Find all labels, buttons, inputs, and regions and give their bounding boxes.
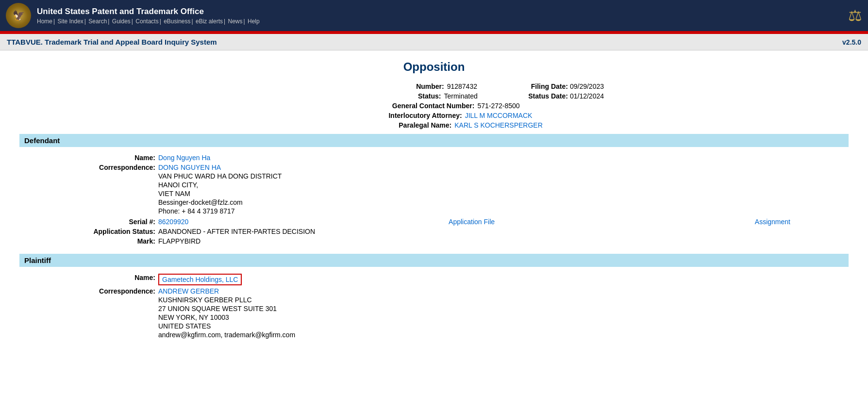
- app-status-label: Application Status:: [19, 228, 155, 235]
- plaintiff-name-row: Name: Gametech Holdings, LLC: [19, 274, 849, 285]
- mark-label: Mark:: [19, 237, 155, 245]
- plaintiff-addr2: 27 UNION SQUARE WEST SUITE 301: [158, 305, 295, 312]
- plaintiff-addr1: KUSHNIRSKY GERBER PLLC: [158, 296, 295, 304]
- status-label: Status:: [315, 92, 441, 100]
- plaintiff-correspondence-row: Correspondence: ANDREW GERBER KUSHNIRSKY…: [19, 287, 849, 340]
- defendant-corr-name[interactable]: DONG NGUYEN HA: [158, 164, 221, 171]
- nav-home[interactable]: Home: [37, 18, 52, 25]
- nav-contacts[interactable]: Contacts: [135, 18, 158, 25]
- app-title-bar: TTABVUE. Trademark Trial and Appeal Boar…: [0, 34, 868, 50]
- defendant-address: DONG NGUYEN HA VAN PHUC WARD HA DONG DIS…: [158, 164, 282, 216]
- defendant-name-row: Name: Dong Nguyen Ha: [19, 154, 849, 162]
- interlocutory-label: Interlocutory Attorney:: [336, 112, 462, 119]
- general-contact-value: 571-272-8500: [477, 102, 519, 110]
- number-row: Number: 91287432: [264, 82, 531, 90]
- general-contact-label: General Contact Number:: [348, 102, 474, 110]
- general-contact-row: General Contact Number: 571-272-8500: [264, 102, 604, 110]
- plaintiff-address: ANDREW GERBER KUSHNIRSKY GERBER PLLC 27 …: [158, 287, 295, 340]
- status-value: Terminated: [444, 92, 477, 100]
- app-title-text: TTABVUE. Trademark Trial and Appeal Boar…: [7, 38, 217, 46]
- uspto-seal: 🦅: [6, 3, 31, 28]
- serial-label: Serial #:: [19, 218, 155, 226]
- defendant-block: Name: Dong Nguyen Ha Correspondence: DON…: [19, 152, 849, 249]
- filing-date-value: 09/29/2023: [570, 82, 604, 90]
- defendant-correspondence-label: Correspondence:: [19, 164, 155, 216]
- number-filingdate-row: Number: 91287432 Filing Date: 09/29/2023: [264, 82, 604, 90]
- nav-search[interactable]: Search: [88, 18, 107, 25]
- plaintiff-name-label: Name:: [19, 274, 155, 285]
- defendant-section-header: Defendant: [19, 134, 849, 147]
- nav-ebiz-alerts[interactable]: eBiz alerts: [196, 18, 223, 25]
- serial-links-block: 86209920 Application File Assignment: [158, 218, 849, 226]
- scales-icon: ⚖: [848, 6, 862, 25]
- status-statusdate-row: Status: Terminated Status Date: 01/12/20…: [264, 92, 604, 100]
- interlocutory-row: Interlocutory Attorney: JILL M MCCORMACK: [264, 112, 604, 119]
- filing-date-row: Filing Date: 09/29/2023: [531, 82, 604, 90]
- nav-news[interactable]: News: [228, 18, 243, 25]
- plaintiff-name-value[interactable]: Gametech Holdings, LLC: [162, 276, 238, 283]
- nav-ebusiness[interactable]: eBusiness: [164, 18, 190, 25]
- defendant-addr1: VAN PHUC WARD HA DONG DISTRICT: [158, 172, 282, 180]
- defendant-email: Bessinger-docket@fzlz.com: [158, 198, 282, 206]
- header-nav: Home| Site Index| Search| Guides| Contac…: [37, 18, 260, 25]
- assignment-link[interactable]: Assignment: [755, 218, 790, 226]
- status-date-row: Status Date: 01/12/2024: [528, 92, 604, 100]
- app-status-row: Application Status: ABANDONED - AFTER IN…: [19, 228, 849, 235]
- defendant-name-value[interactable]: Dong Nguyen Ha: [158, 154, 210, 162]
- main-content: Opposition Number: 91287432 Filing Date:…: [0, 50, 868, 353]
- plaintiff-name-highlight: Gametech Holdings, LLC: [158, 274, 242, 285]
- case-info-block: Number: 91287432 Filing Date: 09/29/2023…: [264, 82, 604, 129]
- defendant-phone: Phone: + 84 4 3719 8717: [158, 207, 282, 215]
- plaintiff-email: andrew@kgfirm.com, trademark@kgfirm.com: [158, 331, 295, 339]
- app-version: v2.5.0: [842, 38, 861, 46]
- filing-date-label: Filing Date:: [531, 82, 568, 90]
- nav-site-index[interactable]: Site Index: [57, 18, 83, 25]
- plaintiff-addr4: UNITED STATES: [158, 322, 295, 330]
- application-file-link[interactable]: Application File: [449, 218, 495, 226]
- status-date-value: 01/12/2024: [570, 92, 604, 100]
- paralegal-value[interactable]: KARL S KOCHERSPERGER: [454, 121, 543, 129]
- number-value: 91287432: [447, 82, 477, 90]
- mark-value: FLAPPYBIRD: [158, 237, 200, 245]
- header-right: ⚖: [848, 6, 862, 25]
- header-title-block: United States Patent and Trademark Offic…: [37, 7, 260, 25]
- paralegal-row: Paralegal Name: KARL S KOCHERSPERGER: [264, 121, 604, 129]
- status-date-label: Status Date:: [528, 92, 568, 100]
- serial-value[interactable]: 86209920: [158, 218, 188, 226]
- plaintiff-section-header: Plaintiff: [19, 254, 849, 267]
- header-title: United States Patent and Trademark Offic…: [37, 7, 260, 16]
- nav-guides[interactable]: Guides: [112, 18, 131, 25]
- mark-row: Mark: FLAPPYBIRD: [19, 237, 849, 245]
- paralegal-label: Paralegal Name:: [325, 121, 451, 129]
- serial-row: Serial #: 86209920 Application File Assi…: [19, 218, 849, 226]
- plaintiff-correspondence-label: Correspondence:: [19, 287, 155, 340]
- nav-help[interactable]: Help: [248, 18, 260, 25]
- app-status-value: ABANDONED - AFTER INTER-PARTES DECISION: [158, 228, 315, 235]
- status-row: Status: Terminated: [264, 92, 528, 100]
- defendant-addr2: HANOI CITY,: [158, 181, 282, 189]
- plaintiff-corr-name[interactable]: ANDREW GERBER: [158, 287, 219, 295]
- defendant-name-label: Name:: [19, 154, 155, 162]
- plaintiff-block: Name: Gametech Holdings, LLC Corresponde…: [19, 272, 849, 344]
- defendant-addr3: VIET NAM: [158, 190, 282, 197]
- plaintiff-addr3: NEW YORK, NY 10003: [158, 313, 295, 321]
- defendant-correspondence-row: Correspondence: DONG NGUYEN HA VAN PHUC …: [19, 164, 849, 216]
- number-label: Number:: [318, 82, 444, 90]
- interlocutory-value[interactable]: JILL M MCCORMACK: [465, 112, 533, 119]
- page-header: 🦅 United States Patent and Trademark Off…: [0, 0, 868, 31]
- page-heading: Opposition: [19, 60, 849, 74]
